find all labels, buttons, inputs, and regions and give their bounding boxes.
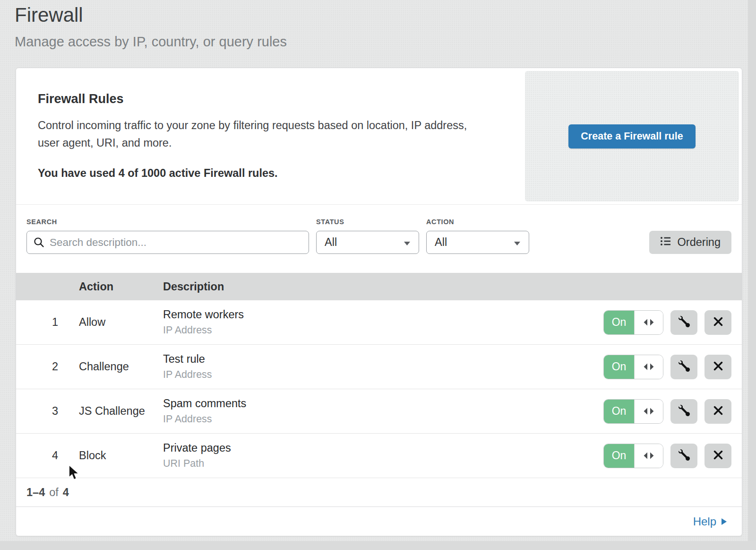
edit-rule-button[interactable]: [670, 355, 697, 379]
wrench-icon: [679, 316, 690, 329]
status-select[interactable]: All: [316, 231, 419, 254]
table-row: 4 Block Private pages URI Path On: [16, 434, 742, 478]
rule-match-type: URI Path: [163, 458, 603, 470]
rule-status-toggle[interactable]: On: [603, 310, 663, 335]
firewall-rules-card: Firewall Rules Control incoming traffic …: [16, 68, 742, 536]
rule-status-toggle[interactable]: On: [603, 355, 663, 379]
action-select-value: All: [435, 236, 447, 249]
toggle-handle[interactable]: [634, 400, 663, 423]
toggle-arrows-icon: [643, 449, 654, 462]
pagination-range: 1–4: [26, 486, 45, 499]
action-label: ACTION: [426, 218, 529, 226]
ordering-list-icon: [660, 236, 671, 249]
rule-match-type: IP Address: [163, 413, 603, 425]
window-right-gutter: [748, 0, 756, 550]
help-link-label: Help: [693, 515, 716, 528]
rule-description: Spam comments: [163, 397, 603, 410]
rule-controls: On: [603, 399, 731, 424]
rule-match-type: IP Address: [163, 324, 603, 336]
delete-rule-button[interactable]: [704, 399, 731, 424]
rule-controls: On: [603, 444, 731, 468]
rule-index: 4: [16, 449, 79, 462]
search-input[interactable]: [26, 231, 309, 254]
rule-description: Remote workers: [163, 308, 603, 321]
rule-action: Allow: [79, 316, 163, 329]
close-icon: [713, 361, 723, 373]
rule-status-toggle[interactable]: On: [603, 444, 663, 468]
description-column-header: Description: [163, 280, 742, 293]
hero-text-block: Firewall Rules Control incoming traffic …: [16, 68, 525, 204]
hero-action-panel: Create a Firewall rule: [525, 71, 739, 201]
rule-description: Test rule: [163, 353, 603, 366]
toggle-handle[interactable]: [634, 311, 663, 334]
toggle-on-label[interactable]: On: [604, 400, 634, 423]
rule-status-toggle[interactable]: On: [603, 399, 663, 424]
hero-heading: Firewall Rules: [38, 92, 497, 106]
delete-rule-button[interactable]: [704, 310, 731, 335]
table-header: Action Description: [16, 273, 742, 300]
rule-index: 3: [16, 405, 79, 418]
edit-rule-button[interactable]: [670, 444, 697, 468]
close-icon: [713, 316, 723, 328]
status-label: STATUS: [316, 218, 419, 226]
chevron-down-icon: [404, 236, 411, 249]
rule-index: 2: [16, 360, 79, 373]
search-filter-group: SEARCH: [26, 218, 309, 254]
edit-rule-button[interactable]: [670, 310, 697, 335]
rule-match-type: IP Address: [163, 369, 603, 381]
close-icon: [713, 450, 723, 462]
rule-index: 1: [16, 316, 79, 329]
toggle-handle[interactable]: [634, 444, 663, 468]
rule-action: Challenge: [79, 360, 163, 373]
toggle-handle[interactable]: [634, 355, 663, 379]
rule-controls: On: [603, 310, 731, 335]
toggle-on-label[interactable]: On: [604, 311, 634, 334]
page-subtitle: Manage access by IP, country, or query r…: [15, 34, 756, 50]
help-link[interactable]: Help: [693, 515, 727, 528]
pagination-total: 4: [63, 486, 69, 499]
table-row: 1 Allow Remote workers IP Address On: [16, 300, 742, 345]
rule-description-cell: Spam comments IP Address: [163, 397, 603, 425]
help-arrow-icon: [722, 518, 727, 525]
rule-action: JS Challenge: [79, 405, 163, 418]
action-filter-group: ACTION All: [426, 218, 529, 254]
hero-description: Control incoming traffic to your zone by…: [38, 117, 491, 152]
firewall-rules-hero: Firewall Rules Control incoming traffic …: [16, 68, 742, 205]
search-label: SEARCH: [26, 218, 309, 226]
rule-action: Block: [79, 449, 163, 462]
delete-rule-button[interactable]: [704, 355, 731, 379]
window-bottom-gutter: [0, 541, 756, 550]
page-header: Firewall Manage access by IP, country, o…: [0, 0, 756, 50]
table-body: 1 Allow Remote workers IP Address On: [16, 300, 742, 478]
search-input-wrap: [26, 231, 309, 254]
hero-usage-count: You have used 4 of 1000 active Firewall …: [38, 167, 497, 180]
table-row: 2 Challenge Test rule IP Address On: [16, 345, 742, 389]
status-select-value: All: [325, 236, 337, 249]
edit-rule-button[interactable]: [670, 399, 697, 424]
search-icon: [34, 237, 44, 250]
rule-description-cell: Test rule IP Address: [163, 353, 603, 381]
rule-controls: On: [603, 355, 731, 379]
toggle-arrows-icon: [643, 405, 654, 418]
ordering-button-label: Ordering: [678, 236, 721, 249]
delete-rule-button[interactable]: [704, 444, 731, 468]
rule-description-cell: Remote workers IP Address: [163, 308, 603, 336]
chevron-down-icon: [514, 236, 521, 249]
ordering-button[interactable]: Ordering: [649, 231, 731, 254]
table-row: 3 JS Challenge Spam comments IP Address …: [16, 389, 742, 434]
toggle-arrows-icon: [643, 360, 654, 373]
page-title: Firewall: [15, 3, 756, 28]
status-filter-group: STATUS All: [316, 218, 419, 254]
toggle-on-label[interactable]: On: [604, 444, 634, 468]
toggle-on-label[interactable]: On: [604, 355, 634, 379]
rule-description-cell: Private pages URI Path: [163, 442, 603, 470]
card-footer: Help: [16, 506, 742, 536]
create-firewall-rule-button[interactable]: Create a Firewall rule: [568, 124, 695, 148]
action-column-header: Action: [79, 280, 163, 293]
close-icon: [713, 405, 723, 417]
pagination: 1–4 of 4: [16, 478, 742, 506]
action-select[interactable]: All: [426, 231, 529, 254]
toggle-arrows-icon: [643, 316, 654, 329]
pagination-separator: of: [49, 486, 59, 499]
wrench-icon: [679, 449, 690, 462]
